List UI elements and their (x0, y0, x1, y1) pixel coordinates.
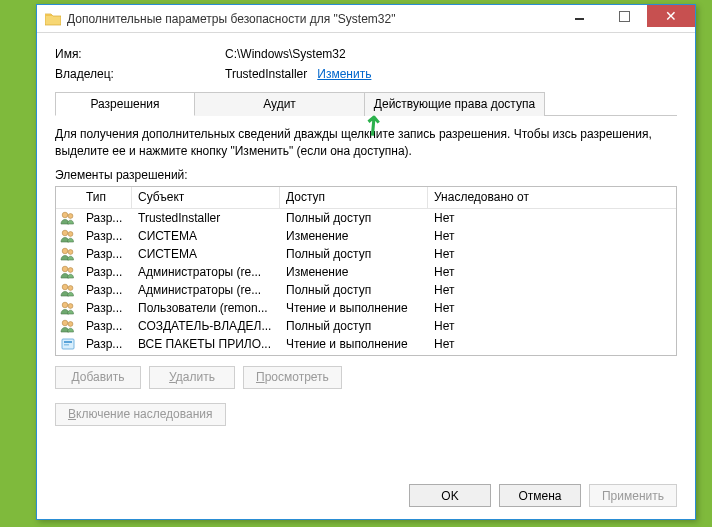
svg-point-4 (62, 248, 68, 254)
cell-inherited: Нет (428, 337, 676, 351)
cell-inherited: Нет (428, 265, 676, 279)
table-row[interactable]: Разр...Пользователи (remon...Чтение и вы… (56, 299, 676, 317)
tab-effective-access[interactable]: Действующие права доступа (365, 92, 545, 116)
owner-row: Владелец: TrustedInstaller Изменить (55, 67, 677, 81)
cell-subject: TrustedInstaller (132, 211, 280, 225)
cancel-button[interactable]: Отмена (499, 484, 581, 507)
cell-subject: Пользователи (remon... (132, 301, 280, 315)
cell-type: Разр... (80, 211, 132, 225)
folder-icon (45, 11, 61, 27)
col-inherited-header[interactable]: Унаследовано от (428, 187, 676, 208)
name-value: C:\Windows\System32 (225, 47, 346, 61)
cell-access: Полный доступ (280, 319, 428, 333)
close-button[interactable]: ✕ (647, 5, 695, 27)
cell-subject: СИСТЕМА (132, 247, 280, 261)
action-row: Добавить Удалить Просмотреть (55, 366, 677, 389)
cell-type: Разр... (80, 247, 132, 261)
svg-point-7 (68, 267, 73, 272)
table-row[interactable]: Разр...СИСТЕМАПолный доступНет (56, 245, 676, 263)
security-dialog: Дополнительные параметры безопасности дл… (36, 4, 696, 520)
cell-access: Полный доступ (280, 211, 428, 225)
inherit-row: Включение наследования (55, 403, 677, 426)
svg-point-6 (62, 266, 68, 272)
svg-point-8 (62, 284, 68, 290)
cell-subject: ВСЕ ПАКЕТЫ ПРИЛО... (132, 337, 280, 351)
package-icon (56, 336, 80, 352)
svg-rect-15 (64, 341, 72, 343)
list-body: Разр...TrustedInstallerПолный доступНетР… (56, 209, 676, 353)
table-row[interactable]: Разр...СИСТЕМАИзменениеНет (56, 227, 676, 245)
view-button: Просмотреть (243, 366, 342, 389)
window-title: Дополнительные параметры безопасности дл… (67, 12, 557, 26)
svg-point-0 (62, 212, 68, 218)
owner-label: Владелец: (55, 67, 225, 81)
cell-subject: Администраторы (re... (132, 283, 280, 297)
ok-button[interactable]: OK (409, 484, 491, 507)
svg-point-9 (68, 285, 73, 290)
titlebar[interactable]: Дополнительные параметры безопасности дл… (37, 5, 695, 33)
cell-inherited: Нет (428, 301, 676, 315)
group-icon (56, 318, 80, 334)
group-icon (56, 264, 80, 280)
list-header[interactable]: Тип Субъект Доступ Унаследовано от (56, 187, 676, 209)
minimize-button[interactable] (557, 5, 602, 27)
tab-audit[interactable]: Аудит (195, 92, 365, 116)
svg-point-2 (62, 230, 68, 236)
tab-permissions[interactable]: Разрешения (55, 92, 195, 116)
cell-type: Разр... (80, 337, 132, 351)
cell-inherited: Нет (428, 319, 676, 333)
group-icon (56, 246, 80, 262)
cell-type: Разр... (80, 283, 132, 297)
table-row[interactable]: Разр...Администраторы (re...ИзменениеНет (56, 263, 676, 281)
table-row[interactable]: Разр...ВСЕ ПАКЕТЫ ПРИЛО...Чтение и выпол… (56, 335, 676, 353)
cell-access: Полный доступ (280, 283, 428, 297)
table-row[interactable]: Разр...Администраторы (re...Полный досту… (56, 281, 676, 299)
cell-inherited: Нет (428, 229, 676, 243)
owner-value: TrustedInstaller (225, 67, 307, 81)
table-row[interactable]: Разр...СОЗДАТЕЛЬ-ВЛАДЕЛ...Полный доступН… (56, 317, 676, 335)
svg-point-5 (68, 249, 73, 254)
cell-type: Разр... (80, 229, 132, 243)
cell-access: Чтение и выполнение (280, 301, 428, 315)
enable-inheritance-button: Включение наследования (55, 403, 226, 426)
cell-type: Разр... (80, 265, 132, 279)
cell-inherited: Нет (428, 283, 676, 297)
dialog-buttons: OK Отмена Применить (409, 484, 677, 507)
col-type-header[interactable]: Тип (80, 187, 132, 208)
cell-subject: СИСТЕМА (132, 229, 280, 243)
cell-access: Изменение (280, 229, 428, 243)
apply-button: Применить (589, 484, 677, 507)
svg-rect-16 (64, 344, 69, 346)
cell-subject: Администраторы (re... (132, 265, 280, 279)
group-icon (56, 228, 80, 244)
svg-point-10 (62, 302, 68, 308)
change-owner-link[interactable]: Изменить (317, 67, 371, 81)
svg-point-12 (62, 320, 68, 326)
cell-inherited: Нет (428, 247, 676, 261)
table-row[interactable]: Разр...TrustedInstallerПолный доступНет (56, 209, 676, 227)
svg-point-3 (68, 231, 73, 236)
section-title: Элементы разрешений: (55, 168, 677, 182)
add-button: Добавить (55, 366, 141, 389)
name-row: Имя: C:\Windows\System32 (55, 47, 677, 61)
col-icon-header (56, 187, 80, 208)
cell-access: Полный доступ (280, 247, 428, 261)
group-icon (56, 210, 80, 226)
svg-point-1 (68, 213, 73, 218)
name-label: Имя: (55, 47, 225, 61)
dialog-content: Имя: C:\Windows\System32 Владелец: Trust… (37, 33, 695, 438)
maximize-button[interactable] (602, 5, 647, 27)
tab-strip: Разрешения Аудит Действующие права досту… (55, 91, 677, 116)
group-icon (56, 300, 80, 316)
permissions-list[interactable]: Тип Субъект Доступ Унаследовано от Разр.… (55, 186, 677, 356)
group-icon (56, 282, 80, 298)
tab-description: Для получения дополнительных сведений дв… (55, 126, 677, 160)
cell-type: Разр... (80, 301, 132, 315)
col-access-header[interactable]: Доступ (280, 187, 428, 208)
svg-point-11 (68, 303, 73, 308)
col-subject-header[interactable]: Субъект (132, 187, 280, 208)
cell-inherited: Нет (428, 211, 676, 225)
window-controls: ✕ (557, 5, 695, 32)
cell-type: Разр... (80, 319, 132, 333)
svg-point-13 (68, 321, 73, 326)
